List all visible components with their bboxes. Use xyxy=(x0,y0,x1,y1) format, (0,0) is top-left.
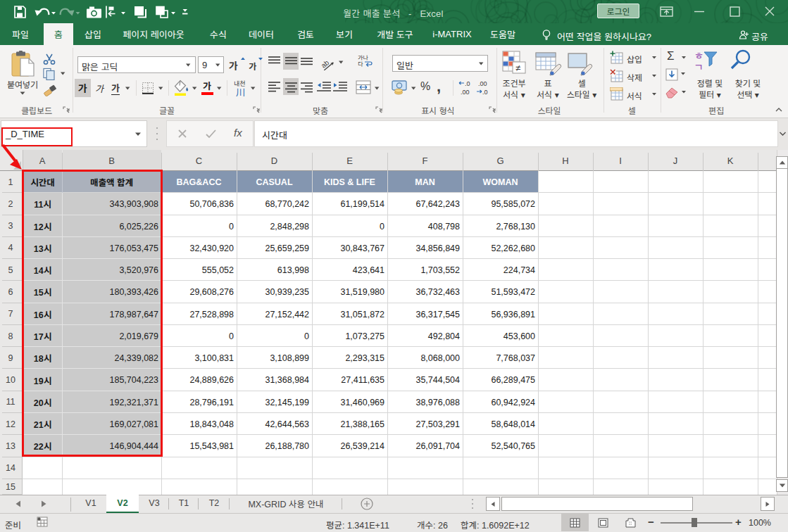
svg-text:.0: .0 xyxy=(482,89,488,96)
svg-text:ab: ab xyxy=(320,58,331,70)
svg-text:≠: ≠ xyxy=(515,63,520,73)
svg-text:.00: .00 xyxy=(478,80,487,87)
svg-text:.00: .00 xyxy=(461,89,470,96)
svg-text:.0: .0 xyxy=(465,80,470,87)
svg-text:ㄱ: ㄱ xyxy=(694,60,703,73)
